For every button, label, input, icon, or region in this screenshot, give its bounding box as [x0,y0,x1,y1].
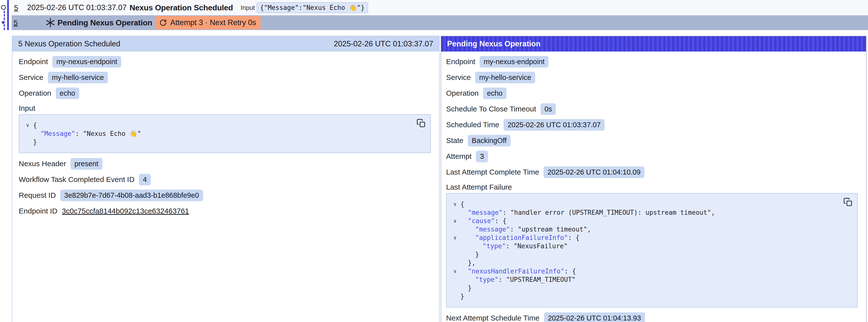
event-id-link[interactable]: 5 [13,19,18,27]
field-label: Endpoint [19,58,48,66]
code-line-text: { [460,200,464,208]
field-row-schedule-to-close-timeout: Schedule To Close Timeout0s [446,103,860,115]
field-value-link-endpoint-id[interactable]: 3c0c75ccfa8144b092c13ce632463761 [62,207,189,215]
field-row-endpoint: Endpointmy-nexus-endpoint [446,56,860,68]
code-line-gutter [22,138,33,146]
pending-panel-body: Endpointmy-nexus-endpointServicemy-hello… [441,52,866,322]
field-row-attempt: Attempt3 [446,150,860,162]
code-line-gutter [450,250,460,259]
code-line-text: "type": "UPSTREAM_TIMEOUT" [460,276,576,284]
collapse-chevron-down-icon[interactable]: ∨ [450,200,460,208]
field-row-nexus-header: Nexus Headerpresent [19,158,433,170]
timeline-track [7,0,9,30]
asterisk-pending-icon [45,18,56,28]
json-text: : { [495,217,506,225]
json-text: }, [468,259,475,266]
code-line: ∨"cause": { [450,217,840,225]
copy-icon[interactable] [843,197,853,207]
json-text: : "UPSTREAM_TIMEOUT" [498,276,576,283]
field-value-badge-endpoint: my-nexus-endpoint [479,56,549,68]
code-line: ∨"applicationFailureInfo": { [450,233,840,242]
timeline-start-circle-icon [1,5,6,10]
code-line-text: "message": "handler error (UPSTREAM_TIME… [460,208,715,217]
field-value-badge-attempt: 3 [476,151,488,162]
code-line-text: "applicationFailureInfo": { [460,233,580,242]
json-text: } [468,284,472,292]
code-line-text: } [33,138,37,146]
code-line: } [22,138,413,146]
json-key: "Message" [40,130,75,137]
event-input-label: Input [241,4,255,11]
event-row-scheduled[interactable]: 5 2025-02-26 UTC 01:03:37.07 Nexus Opera… [11,0,868,15]
code-line-gutter [22,129,33,138]
code-line: "message": "upstream timeout", [450,225,840,233]
code-line: "type": "UPSTREAM_TIMEOUT" [450,276,840,284]
code-line-gutter [450,208,460,217]
panel-title: 5 Nexus Operation Scheduled [18,39,120,48]
field-value-badge-nexus-header: present [70,158,102,170]
field-label: Last Attempt Failure [446,183,512,191]
field-value-badge-operation: echo [56,88,79,99]
field-value-badge-request-id: 3e829b7e-7d67-4b08-aad3-b1e868bfe9e0 [60,190,203,201]
field-row-workflow-task-completed-event-id: Workflow Task Completed Event ID4 [19,173,433,186]
json-text: : { [564,267,576,275]
pending-operation-detail-panel: Pending Nexus Operation Endpointmy-nexus… [441,36,867,322]
json-key: "applicationFailureInfo" [475,234,568,242]
code-line: ∨{ [450,200,840,208]
json-text: } [475,251,479,258]
code-line-text: } [460,284,472,292]
code-line-gutter [450,276,460,284]
collapse-chevron-down-icon[interactable]: ∨ [22,121,33,129]
collapse-chevron-down-icon[interactable]: ∨ [450,267,460,276]
copy-icon[interactable] [416,119,426,128]
field-row-state: StateBackingOff [446,134,860,147]
field-row-endpoint: Endpointmy-nexus-endpoint [19,56,433,68]
code-line-gutter [450,259,460,267]
field-label: Schedule To Close Timeout [446,105,536,113]
collapse-chevron-down-icon[interactable]: ∨ [450,217,460,225]
code-line: } [450,292,840,300]
retry-status-badge: Attempt 3 · Next Retry 0s [155,16,260,29]
json-key: "cause" [468,217,495,225]
field-row-scheduled-time: Scheduled Time2025-02-26 UTC 01:03:37.07 [446,119,860,131]
json-key: "nexusHandlerFailureInfo" [468,267,564,275]
field-value-badge-state: BackingOff [468,135,510,147]
timeline-current-dot-icon [1,21,5,24]
field-row-last-attempt-failure: Last Attempt Failure [446,182,860,193]
code-line-gutter [450,242,460,250]
json-text: : "handler error (UPSTREAM_TIMEOUT): ups… [503,209,715,216]
json-text: } [460,293,464,300]
code-line-text: }, [460,259,475,267]
field-label: Workflow Task Completed Event ID [19,175,134,184]
scheduled-panel-header: 5 Nexus Operation Scheduled 2025-02-26 U… [12,36,439,52]
field-label: Operation [446,89,479,97]
code-line: } [450,284,840,292]
json-text: : "NexusFailure" [506,243,567,250]
field-value-badge-operation: echo [483,88,506,99]
field-value-badge-last-attempt-complete-time: 2025-02-26 UTC 01:04:10.09 [544,166,645,178]
field-row-operation: Operationecho [19,87,433,99]
field-value-badge-schedule-to-close-timeout: 0s [540,103,556,115]
event-name: Pending Nexus Operation [58,18,152,27]
field-label: Input [19,104,35,112]
code-line-text: "nexusHandlerFailureInfo": { [460,267,576,276]
field-label: Request ID [19,191,56,199]
event-id-link[interactable]: 5 [14,3,18,12]
retry-badge-text: Attempt 3 · Next Retry 0s [170,18,256,27]
event-row-pending-selected[interactable]: 5 Pending Nexus Operation Attempt 3 · Ne… [11,15,868,30]
code-block-input: ∨{"Message": "Nexus Echo 👋"} [19,114,431,153]
code-line-text: "type": "NexusFailure" [460,242,567,250]
field-label: Scheduled Time [446,121,499,129]
collapse-chevron-down-icon[interactable]: ∨ [450,233,460,242]
field-label: Operation [19,89,51,97]
field-row-endpoint-id: Endpoint ID3c0c75ccfa8144b092c13ce632463… [19,205,433,217]
code-line: }, [450,259,840,267]
field-label: Service [19,73,43,82]
panel-title: Pending Nexus Operation [447,39,540,48]
json-text: : "Nexus Echo 👋" [75,130,141,137]
field-label: Endpoint [446,58,475,66]
rotate-cw-retry-icon [159,19,167,26]
field-value-badge-service: my-hello-service [475,72,535,83]
field-value-badge-endpoint: my-nexus-endpoint [52,56,121,68]
json-key: "type" [483,243,506,250]
